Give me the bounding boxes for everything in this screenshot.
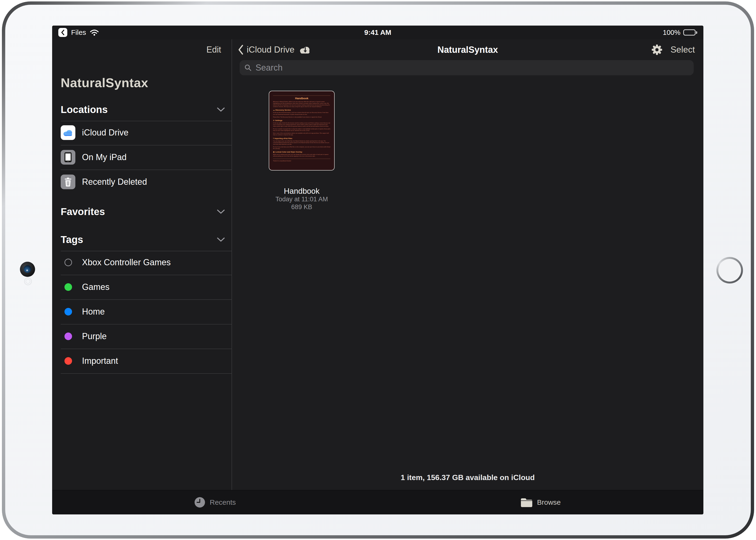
sidebar-item-label: Recently Deleted [82,177,147,187]
camera-glint [26,270,28,271]
file-size: 689 KB [246,203,358,211]
clock-icon [194,497,205,508]
gear-icon: ⚙ [273,120,275,121]
item-count-status: 1 item, 156.37 GB available on iCloud [232,473,703,482]
file-modified-date: Today at 11:01 AM [246,196,358,203]
back-button[interactable]: iCloud Drive [238,45,294,55]
icloud-drive-icon [61,125,75,140]
sidebar-app-title: NaturalSyntax [61,75,148,90]
preview-heading: ⤒ Importing ePub Files [273,137,330,140]
preview-heading: ⚙ Settings [273,119,330,121]
section-header-locations[interactable]: Locations [61,103,225,116]
sidebar-item-label: On My iPad [82,152,126,162]
tag-label: Home [82,307,105,317]
import-icon: ⤒ [273,138,274,139]
overlay-icon: ▦ [273,151,275,153]
sidebar-item-recently-deleted[interactable]: Recently Deleted [61,170,232,194]
favorites-title: Favorites [61,206,105,217]
sidebar-tag-purple[interactable]: Purple [61,324,232,348]
chevron-down-icon[interactable] [217,237,225,242]
select-button[interactable]: Select [670,45,695,55]
folder-icon [520,497,533,507]
tag-color-dot [65,357,72,365]
tag-color-dot [65,259,72,266]
preview-paragraph: Pro tip: a number of people like to setu… [273,128,330,131]
sidebar-tag-xbox-controller-games[interactable]: Xbox Controller Games [61,250,232,275]
search-bar[interactable] [240,60,694,75]
sidebar: Edit NaturalSyntax Locations iClou [52,39,232,490]
preview-paragraph: Please Note: The Discovery Service is on… [273,116,330,118]
tab-recents[interactable]: Recents [52,490,378,514]
preview-paragraph: Note: some of the customization options … [273,132,330,136]
ipad-screen: Files 9:41 AM 100% Edit NaturalSyntax Lo… [52,26,703,514]
back-chevron-icon [238,45,243,55]
chevron-down-icon[interactable] [217,107,225,112]
divider [61,373,232,374]
locations-title: Locations [61,104,107,115]
ambient-light-sensor [24,278,32,285]
section-header-favorites[interactable]: Favorites [61,205,225,218]
battery-icon [683,29,697,36]
tag-label: Xbox Controller Games [82,257,171,267]
sidebar-item-icloud-drive[interactable]: iCloud Drive [61,120,232,145]
sidebar-tag-important[interactable]: Important [61,348,232,373]
gear-icon[interactable] [652,44,662,55]
status-clock: 9:41 AM [52,28,703,37]
sidebar-tag-home[interactable]: Home [61,299,232,324]
chevron-down-icon[interactable] [217,209,225,214]
search-input[interactable] [255,63,689,73]
content-header: NaturalSyntax iCloud Drive [232,39,703,60]
battery-percent: 100% [663,29,680,37]
tab-label: Recents [210,498,236,506]
section-header-tags[interactable]: Tags [61,233,225,246]
page-title: NaturalSyntax [232,45,703,55]
preview-heading: ▦ Lexical Color and Style Overlay [273,151,330,153]
preview-paragraph: Pro tip: If you only have your ePub file… [273,146,330,149]
preview-title: Handbook [273,97,330,100]
preview-rule [273,159,330,159]
tag-color-dot [65,283,72,291]
status-bar: Files 9:41 AM 100% [52,26,703,39]
preview-paragraph: You can import your own ePub files into … [273,140,330,145]
tab-browse[interactable]: Browse [378,490,703,514]
tags-title: Tags [61,234,83,245]
content-area: NaturalSyntax iCloud Drive [232,39,703,490]
preview-footer: Thanks for using Natural Syntax! [273,160,330,162]
preview-paragraph: Welcome to Natural Syntax, within it you… [273,101,330,107]
tag-label: Games [82,282,109,292]
preview-rule [273,95,330,96]
sidebar-item-on-my-ipad[interactable]: On My iPad [61,145,232,170]
preview-paragraph: At the top right of both the file browse… [273,122,330,127]
back-button-label: iCloud Drive [247,45,294,55]
tag-color-dot [65,333,72,340]
camera-lens [24,265,31,273]
preview-heading: ☁ Discovery Service [273,109,330,111]
preview-paragraph: At the top left of the file browser, you… [273,112,330,115]
tag-label: Important [82,356,118,366]
preview-paragraph: While you're reading your book, you can … [273,154,330,157]
file-thumbnail-handbook[interactable]: Handbook Welcome to Natural Syntax, with… [269,91,334,170]
tag-label: Purple [82,331,107,341]
tab-bar: Recents Browse [52,490,703,514]
search-icon [244,64,252,71]
front-camera [20,262,35,277]
sidebar-tag-games[interactable]: Games [61,275,232,299]
tab-label: Browse [537,498,561,506]
trash-icon [61,175,75,189]
sidebar-item-label: iCloud Drive [82,128,128,138]
tag-color-dot [65,308,72,316]
cloud-icon: ☁ [273,109,275,111]
file-name: Handbook [246,187,358,196]
home-button[interactable] [716,257,743,284]
ipad-icon [61,150,75,165]
edit-button[interactable]: Edit [206,45,221,55]
